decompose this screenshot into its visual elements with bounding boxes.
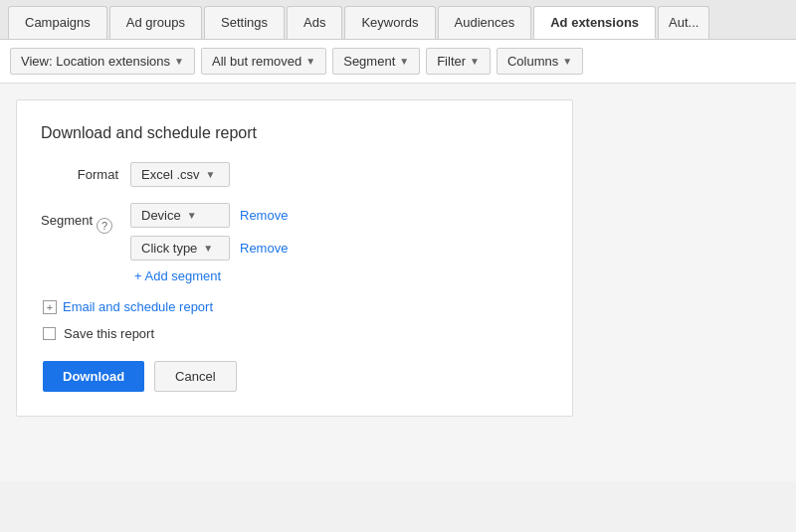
- filter-status-dropdown[interactable]: All but removed ▼: [201, 48, 326, 75]
- filter-label: Filter: [437, 54, 466, 69]
- segment2-chevron-icon: ▼: [203, 243, 213, 254]
- report-panel: Download and schedule report Format Exce…: [16, 99, 573, 417]
- report-title: Download and schedule report: [41, 124, 540, 142]
- add-segment-row: + Add segment: [130, 268, 288, 283]
- segment-controls: Device ▼ Remove Click type ▼ Remove + Ad…: [130, 203, 288, 283]
- tab-audiences[interactable]: Audiences: [438, 6, 532, 39]
- remove1-link[interactable]: Remove: [240, 208, 288, 223]
- tab-settings[interactable]: Settings: [204, 6, 285, 39]
- toolbar: View: Location extensions ▼ All but remo…: [0, 40, 796, 84]
- columns-chevron-icon: ▼: [562, 56, 572, 67]
- format-value: Excel .csv: [141, 167, 200, 182]
- filter-status-label: All but removed: [212, 54, 301, 69]
- segment-chevron-icon: ▼: [399, 56, 409, 67]
- tab-auto[interactable]: Aut...: [658, 6, 709, 39]
- tab-ad-extensions[interactable]: Ad extensions: [533, 6, 656, 39]
- download-button[interactable]: Download: [43, 361, 144, 392]
- segment1-chevron-icon: ▼: [187, 210, 197, 221]
- view-label: View: Location extensions: [21, 54, 170, 69]
- segment-row: Segment ? Device ▼ Remove Click type: [41, 203, 540, 283]
- columns-label: Columns: [507, 54, 558, 69]
- format-label: Format: [41, 162, 130, 182]
- format-dropdown[interactable]: Excel .csv ▼: [130, 162, 230, 187]
- remove2-link[interactable]: Remove: [240, 241, 288, 256]
- save-report-label: Save this report: [64, 326, 154, 341]
- view-chevron-icon: ▼: [174, 56, 184, 67]
- segment-label: Segment: [343, 54, 395, 69]
- save-report-row: Save this report: [41, 326, 540, 341]
- view-dropdown[interactable]: View: Location extensions ▼: [10, 48, 195, 75]
- filter-status-chevron-icon: ▼: [305, 56, 315, 67]
- tab-ads[interactable]: Ads: [287, 6, 342, 39]
- format-controls: Excel .csv ▼: [130, 162, 230, 187]
- main-content: Download and schedule report Format Exce…: [0, 84, 796, 481]
- segment2-dropdown[interactable]: Click type ▼: [130, 236, 230, 261]
- save-report-checkbox[interactable]: [43, 327, 56, 340]
- filter-chevron-icon: ▼: [470, 56, 480, 67]
- tab-campaigns[interactable]: Campaigns: [8, 6, 107, 39]
- add-segment-link[interactable]: + Add segment: [134, 268, 221, 283]
- segment1-row: Device ▼ Remove: [130, 203, 288, 228]
- segment-form-label-wrap: Segment ?: [41, 203, 130, 234]
- tab-ad-groups[interactable]: Ad groups: [109, 6, 202, 39]
- email-schedule-link[interactable]: Email and schedule report: [63, 299, 213, 314]
- expand-icon[interactable]: +: [43, 300, 57, 314]
- action-buttons: Download Cancel: [41, 361, 540, 392]
- email-schedule-row: + Email and schedule report: [41, 299, 540, 314]
- columns-dropdown[interactable]: Columns ▼: [497, 48, 583, 75]
- format-row: Format Excel .csv ▼: [41, 162, 540, 187]
- filter-dropdown[interactable]: Filter ▼: [426, 48, 491, 75]
- segment-form-label: Segment: [41, 213, 93, 228]
- segment2-row: Click type ▼ Remove: [130, 236, 288, 261]
- cancel-button[interactable]: Cancel: [154, 361, 236, 392]
- format-chevron-icon: ▼: [206, 169, 216, 180]
- segment-dropdown[interactable]: Segment ▼: [332, 48, 420, 75]
- nav-tabs: Campaigns Ad groups Settings Ads Keyword…: [0, 0, 796, 40]
- segment1-value: Device: [141, 208, 181, 223]
- segment1-dropdown[interactable]: Device ▼: [130, 203, 230, 228]
- segment-help-icon[interactable]: ?: [97, 218, 112, 234]
- segment2-value: Click type: [141, 241, 197, 256]
- tab-keywords[interactable]: Keywords: [344, 6, 435, 39]
